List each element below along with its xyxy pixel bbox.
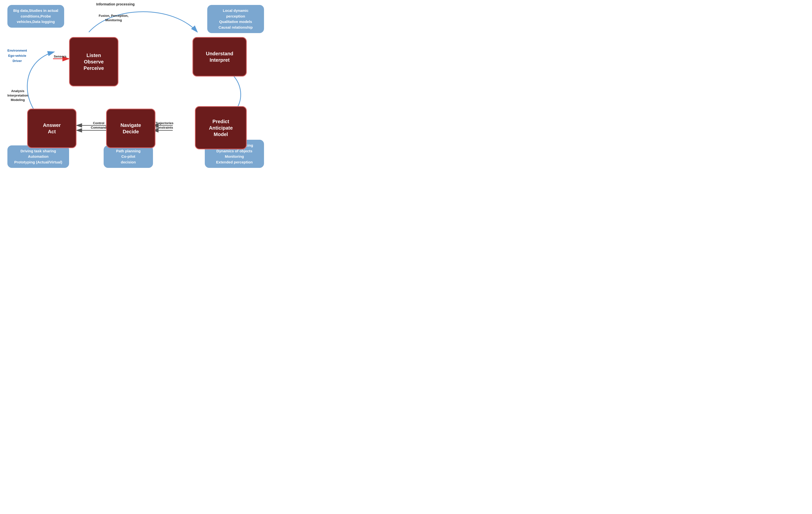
predict-box-text: PredictAnticipateModel [209, 118, 233, 137]
sensors-label: Sensors [54, 54, 66, 59]
listen-box-text: ListenObservePerceive [84, 52, 104, 71]
top-left-blue-text: Big data,Studies in actual conditions,Pr… [13, 8, 58, 24]
bottom-left-blue-text: Driving task sharingAutomationPrototypin… [14, 149, 62, 164]
predict-box: PredictAnticipateModel [195, 106, 247, 150]
bottom-left-blue-box: Driving task sharingAutomationPrototypin… [7, 145, 69, 168]
listen-box: ListenObservePerceive [69, 37, 118, 86]
info-processing-label: Information processing [96, 2, 135, 7]
understand-box-text: UnderstandInterpret [206, 50, 233, 63]
trajectories-label: Trajectoriesconstraints [155, 121, 173, 130]
environment-label: EnvironmentEgo-vehicleDriver [7, 48, 27, 63]
bottom-center-blue-box: Path planningCo-pilotdecision [104, 145, 153, 168]
answer-box-text: AnswerAct [43, 122, 61, 135]
understand-box: UnderstandInterpret [193, 37, 247, 77]
top-right-blue-text: Local dynamicperceptionQualitative model… [219, 8, 253, 29]
answer-box: AnswerAct [27, 109, 77, 148]
top-left-blue-box: Big data,Studies in actual conditions,Pr… [7, 5, 64, 28]
bottom-center-blue-text: Path planningCo-pilotdecision [116, 149, 140, 164]
fusion-label: Fusion, Perception,Monitoring [99, 13, 128, 23]
top-right-blue-box: Local dynamicperceptionQualitative model… [207, 5, 264, 33]
navigate-box: NavigateDecide [106, 109, 155, 148]
analysis-label: AnalysisInterpretationModeling [7, 89, 28, 103]
navigate-box-text: NavigateDecide [120, 122, 141, 135]
control-label: ControlCommand [91, 121, 107, 130]
diagram-container: Big data,Studies in actual conditions,Pr… [0, 0, 271, 173]
